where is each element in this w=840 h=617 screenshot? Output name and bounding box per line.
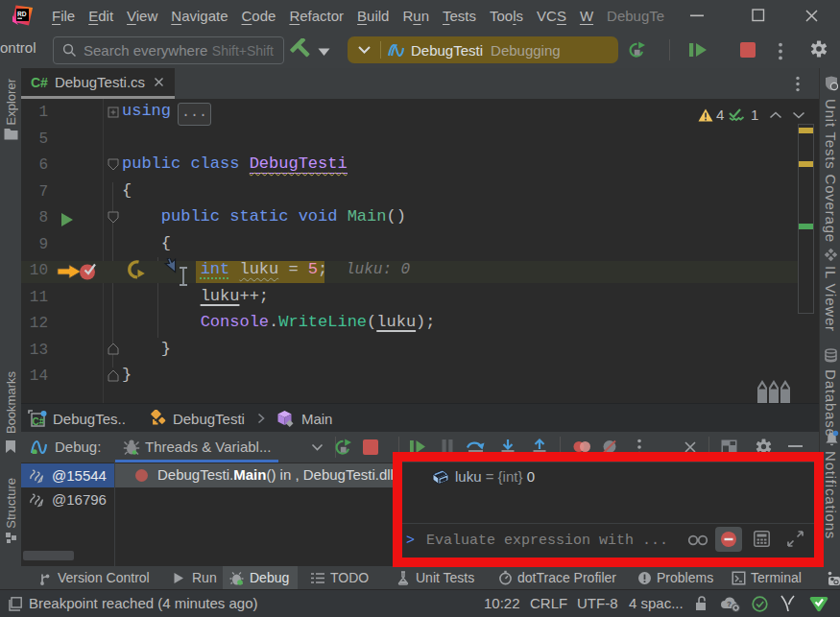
svg-text:C#: C# (33, 416, 45, 427)
svg-text:RD: RD (17, 11, 27, 17)
svg-text:?: ? (727, 600, 732, 608)
